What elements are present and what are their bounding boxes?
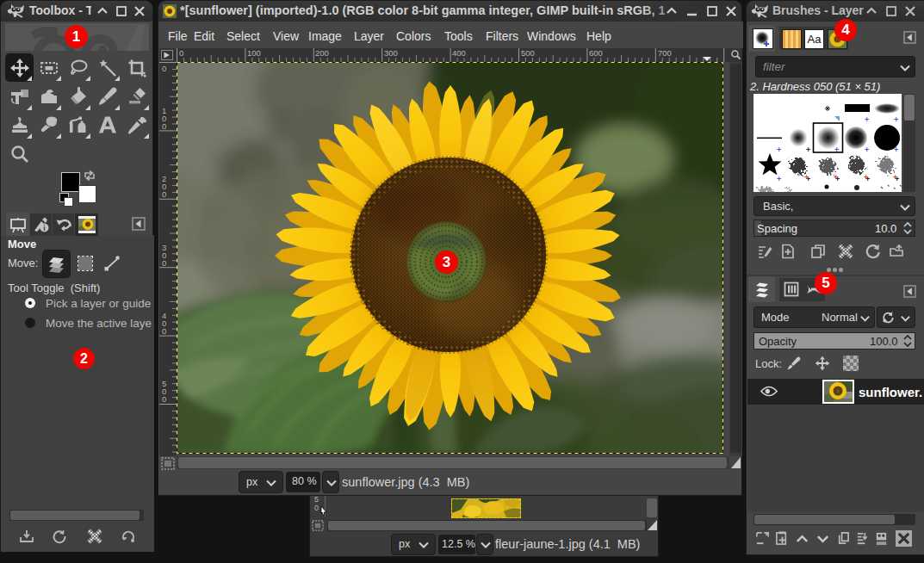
- svg-text:+: +: [893, 173, 897, 182]
- svg-text:500: 500: [521, 48, 535, 58]
- svg-text:0: 0: [162, 326, 166, 336]
- svg-text:+: +: [806, 145, 810, 154]
- svg-text:+: +: [894, 115, 898, 124]
- svg-text:+: +: [834, 173, 838, 182]
- svg-text:100: 100: [247, 48, 261, 58]
- svg-text:200: 200: [315, 48, 329, 58]
- svg-text:+: +: [865, 145, 869, 154]
- svg-text:+: +: [865, 115, 869, 124]
- svg-text:+: +: [894, 145, 898, 154]
- svg-text:0: 0: [179, 48, 183, 58]
- svg-text:400: 400: [452, 48, 466, 58]
- svg-text:0: 0: [162, 189, 166, 199]
- svg-text:+: +: [777, 145, 781, 154]
- svg-text:+: +: [834, 145, 839, 154]
- svg-text:+: +: [777, 175, 781, 183]
- svg-text:0: 0: [162, 394, 166, 404]
- svg-text:i: i: [43, 224, 45, 232]
- svg-text:600: 600: [589, 48, 603, 58]
- svg-text:0: 0: [162, 64, 166, 73]
- svg-text:700: 700: [658, 48, 672, 58]
- svg-text:+: +: [864, 173, 868, 182]
- svg-text:0: 0: [162, 121, 166, 131]
- svg-text:0: 0: [162, 258, 166, 268]
- svg-text:+: +: [804, 173, 809, 182]
- svg-text:300: 300: [384, 48, 398, 58]
